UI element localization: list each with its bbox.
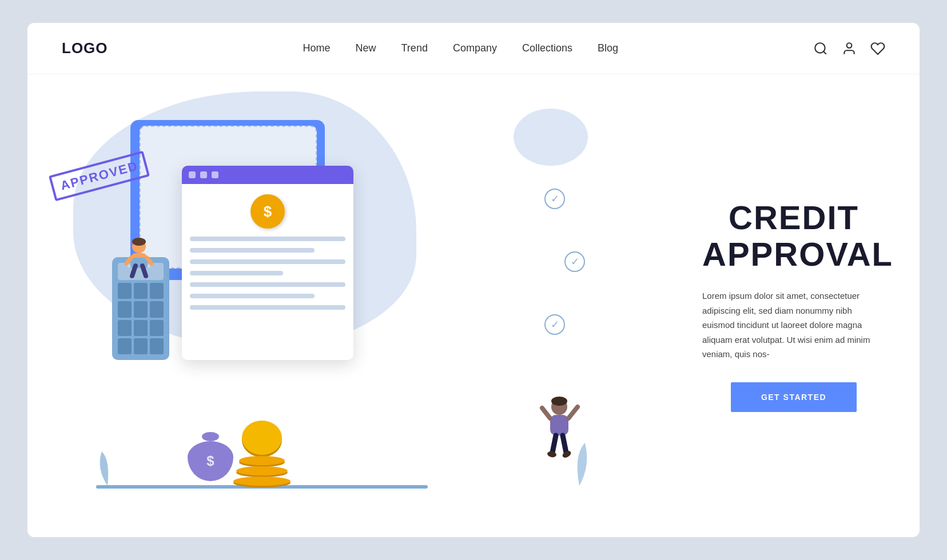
calc-btn-8 [134,320,148,336]
hero-title: CREDIT APPROVAL [702,199,885,273]
svg-line-17 [552,435,556,453]
nav-icons [813,41,885,56]
dollar-coin: $ [250,194,285,229]
hero-description: Lorem ipsum dolor sit amet, consectetuer… [702,289,885,362]
calculator-buttons [118,283,164,354]
svg-rect-14 [550,415,568,435]
heart-icon[interactable] [870,41,885,56]
nav-item-trend[interactable]: Trend [401,42,428,54]
svg-point-20 [547,451,556,458]
titlebar-btn-max [212,171,218,178]
checkmark-1: ✓ [544,189,565,209]
doc-line-6 [190,294,315,298]
leaf-left [90,440,125,491]
calc-btn-11 [134,338,148,354]
titlebar-btn-min [200,171,207,178]
svg-line-11 [142,266,146,276]
coin-top [242,421,282,455]
calc-btn-3 [150,283,164,299]
svg-line-16 [542,408,550,418]
search-icon[interactable] [813,41,828,56]
svg-point-4 [132,238,146,246]
bag-body: $ [188,441,233,481]
calc-btn-6 [150,301,164,317]
navbar: LOGO Home New Trend Company Collections … [27,23,920,74]
calc-btn-7 [118,320,132,336]
doc-line-4 [190,271,283,275]
background-blob-small [514,109,588,166]
svg-line-15 [568,407,578,418]
text-area: CREDIT APPROVAL Lorem ipsum dolor sit am… [679,74,920,537]
titlebar-btn-close [189,171,196,178]
coin-layer-3 [233,477,291,486]
checkmark-2: ✓ [564,251,585,272]
get-started-button[interactable]: GET STARTED [731,382,857,412]
svg-point-13 [551,397,567,406]
nav-item-company[interactable]: Company [453,42,497,54]
coin-layer-2 [236,466,288,475]
money-bag-illustration: $ [188,434,233,486]
svg-line-8 [126,258,131,263]
person-sitting-illustration [116,237,162,283]
svg-line-9 [147,258,152,263]
coin-layer-1 [239,456,285,465]
svg-line-10 [132,266,136,276]
hero-title-line1: CREDIT [702,199,885,236]
nav-item-collections[interactable]: Collections [522,42,572,54]
bag-knot [202,432,219,441]
browser-body: $ [182,184,353,319]
svg-line-1 [823,51,826,54]
nav-links: Home New Trend Company Collections Blog [303,42,619,54]
illustration-area: $ APPROVED [27,74,679,537]
coin-stack-illustration [239,421,291,487]
hero-title-line2: APPROVAL [702,236,885,273]
page-container: LOGO Home New Trend Company Collections … [27,23,920,537]
person-celebrating-illustration [536,395,582,487]
calc-btn-4 [118,301,132,317]
svg-point-0 [815,43,825,53]
doc-line-2 [190,248,315,253]
doc-line-5 [190,282,345,287]
bag-dollar-sign: $ [206,453,214,469]
calc-btn-2 [134,283,148,299]
calc-btn-12 [150,338,164,354]
user-icon[interactable] [842,41,857,56]
calc-btn-9 [150,320,164,336]
nav-item-home[interactable]: Home [303,42,331,54]
svg-point-2 [847,43,852,48]
logo: LOGO [62,39,108,57]
nav-item-new[interactable]: New [356,42,376,54]
svg-line-18 [563,435,566,453]
main-content: $ APPROVED [27,74,920,537]
calc-btn-5 [134,301,148,317]
nav-item-blog[interactable]: Blog [598,42,618,54]
browser-window: $ [182,166,353,360]
calc-btn-1 [118,283,132,299]
checkmark-3: ✓ [544,314,565,335]
doc-line-7 [190,305,345,310]
browser-titlebar [182,166,353,184]
calc-btn-10 [118,338,132,354]
doc-line-1 [190,237,345,241]
doc-line-3 [190,259,345,264]
